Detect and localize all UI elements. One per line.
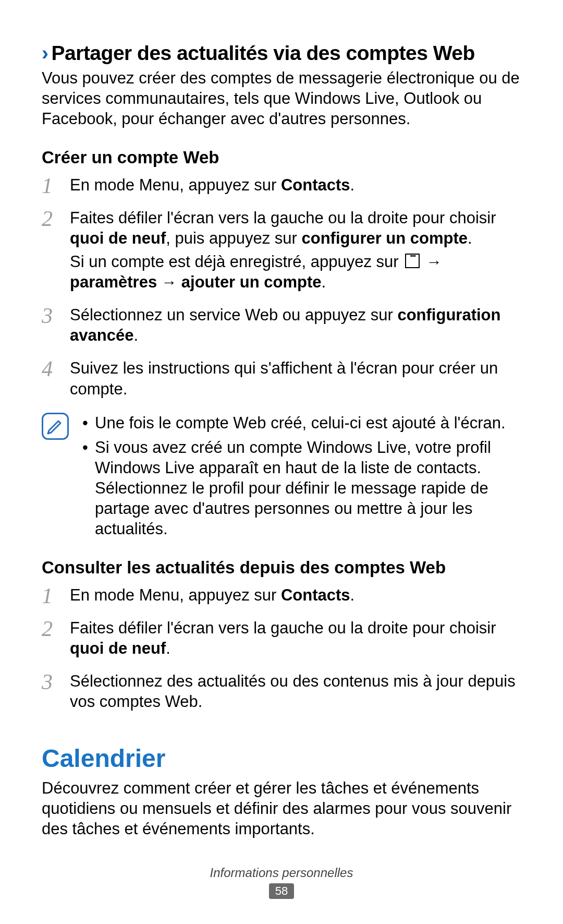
steps-create-account: En mode Menu, appuyez sur Contacts. Fait… xyxy=(42,175,521,402)
step2-line2-d: . xyxy=(322,273,326,291)
steps-consult: En mode Menu, appuyez sur Contacts. Fait… xyxy=(42,585,521,715)
section-intro-share: Vous pouvez créer des comptes de message… xyxy=(42,68,521,129)
step3-text-a: Sélectionnez un service Web ou appuyez s… xyxy=(70,306,397,324)
c-step1-bold: Contacts xyxy=(281,586,350,604)
step-3: Sélectionnez un service Web ou appuyez s… xyxy=(42,305,521,349)
step2-text-a: Faites défiler l'écran vers la gauche ou… xyxy=(70,209,496,227)
page-number: 58 xyxy=(269,883,294,899)
subheading-create-account: Créer un compte Web xyxy=(42,148,521,167)
step2-bold-param: paramètres xyxy=(70,273,157,291)
c-step3: Sélectionnez des actualités ou des conte… xyxy=(70,671,521,712)
note-list: Une fois le compte Web créé, celui-ci es… xyxy=(79,413,521,543)
step2-bold-config: configurer un compte xyxy=(301,229,468,247)
app-heading-calendrier: Calendrier xyxy=(42,744,521,773)
arrow-icon-1: → xyxy=(422,253,442,270)
c-step1-c: . xyxy=(350,586,355,604)
menu-icon xyxy=(405,254,420,268)
c-step2-a: Faites défiler l'écran vers la gauche ou… xyxy=(70,619,496,637)
consult-step-1: En mode Menu, appuyez sur Contacts. xyxy=(42,585,521,608)
step4-text: Suivez les instructions qui s'affichent … xyxy=(70,358,521,399)
step1-text-c: . xyxy=(350,176,355,194)
step2-text-e: . xyxy=(468,229,472,247)
footer-chapter-label: Informations personnelles xyxy=(0,866,563,880)
note-item-1: Une fois le compte Web créé, celui-ci es… xyxy=(79,413,521,433)
step2-line2-a: Si un compte est déjà enregistré, appuye… xyxy=(70,253,403,271)
arrow-icon-2: → xyxy=(157,273,181,291)
step-4: Suivez les instructions qui s'affichent … xyxy=(42,358,521,402)
section-heading-share-text: Partager des actualités via des comptes … xyxy=(52,42,475,64)
step3-text-c: . xyxy=(133,326,138,344)
chevron-right-icon: › xyxy=(42,42,48,64)
manual-page: ›Partager des actualités via des comptes… xyxy=(0,0,563,924)
section-heading-share: ›Partager des actualités via des comptes… xyxy=(42,42,521,65)
subheading-consult: Consulter les actualités depuis des comp… xyxy=(42,558,521,578)
step2-text-c: , puis appuyez sur xyxy=(166,229,301,247)
consult-step-2: Faites défiler l'écran vers la gauche ou… xyxy=(42,618,521,662)
note-block: Une fois le compte Web créé, celui-ci es… xyxy=(42,413,521,543)
step-2: Faites défiler l'écran vers la gauche ou… xyxy=(42,208,521,295)
consult-step-3: Sélectionnez des actualités ou des conte… xyxy=(42,671,521,715)
calendrier-intro: Découvrez comment créer et gérer les tâc… xyxy=(42,778,521,839)
page-footer: Informations personnelles 58 xyxy=(0,866,563,899)
step2-bold-ajouter: ajouter un compte xyxy=(181,273,322,291)
step1-text-a: En mode Menu, appuyez sur xyxy=(70,176,281,194)
c-step2-c: . xyxy=(166,639,170,657)
note-item-2: Si vous avez créé un compte Windows Live… xyxy=(79,437,521,539)
step-1: En mode Menu, appuyez sur Contacts. xyxy=(42,175,521,198)
c-step2-bold: quoi de neuf xyxy=(70,639,166,657)
step2-bold-quoi: quoi de neuf xyxy=(70,229,166,247)
note-icon xyxy=(42,413,69,440)
c-step1-a: En mode Menu, appuyez sur xyxy=(70,586,281,604)
step1-bold-contacts: Contacts xyxy=(281,176,350,194)
